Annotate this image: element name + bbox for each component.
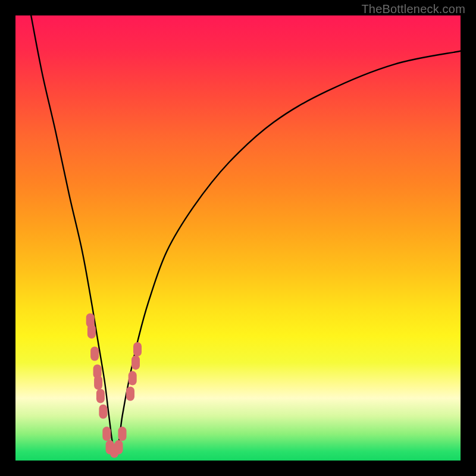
curve-marker bbox=[118, 427, 127, 441]
curve-marker bbox=[133, 342, 142, 356]
curve-marker bbox=[99, 405, 107, 419]
curve-marker bbox=[102, 427, 111, 441]
curve-marker bbox=[131, 355, 140, 369]
watermark-text: TheBottleneck.com bbox=[361, 2, 465, 16]
curve-marker bbox=[126, 387, 134, 401]
curve-marker bbox=[129, 371, 137, 386]
curve-marker bbox=[96, 389, 105, 403]
curve-marker bbox=[87, 324, 96, 339]
curve-marker bbox=[90, 347, 99, 361]
curve-layer bbox=[15, 15, 461, 461]
marker-group bbox=[86, 313, 142, 458]
chart-frame: TheBottleneck.com bbox=[0, 0, 476, 476]
curve-marker bbox=[115, 440, 123, 455]
plot-area bbox=[15, 15, 461, 461]
curve-marker bbox=[94, 375, 102, 390]
